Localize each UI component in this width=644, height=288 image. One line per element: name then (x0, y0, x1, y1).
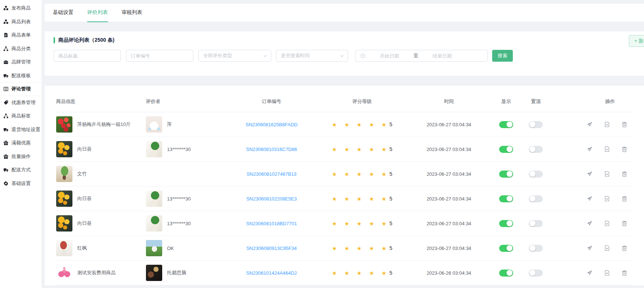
delete-button[interactable] (621, 146, 627, 152)
send-button[interactable] (587, 121, 593, 127)
pin-toggle[interactable] (529, 171, 543, 178)
file-add-button[interactable] (604, 220, 610, 226)
delete-button[interactable] (621, 245, 627, 251)
product-title-input[interactable] (54, 50, 121, 62)
search-button[interactable]: 搜索 (492, 50, 513, 62)
show-toggle[interactable] (499, 245, 513, 252)
order-number-link[interactable]: SN230608102208E5E3 (246, 196, 297, 202)
send-button[interactable] (587, 146, 593, 152)
order-number-link[interactable]: SN2306081018BD7701 (246, 221, 297, 226)
product-cell: 向日葵 (56, 191, 146, 207)
order-number-input[interactable] (126, 50, 193, 62)
order-cell: SN2306081027467B13 (225, 171, 318, 177)
show-toggle[interactable] (499, 146, 513, 153)
sidebar-item-发布商品[interactable]: 发布商品 (0, 1, 42, 15)
table-row: 向日葵13*******30SN2306081018BD7701★ ★ ★ ★ … (56, 211, 633, 236)
delete-icon (621, 270, 627, 276)
sidebar-item-商品标签[interactable]: 商品标签 (0, 109, 42, 123)
rating-stars: ★ ★ ★ ★ ★ (332, 122, 389, 127)
file-add-button[interactable] (604, 121, 610, 127)
sidebar-item-批量操作[interactable]: 批量操作 (0, 150, 42, 164)
sidebar-item-评论管理[interactable]: 评论管理 (0, 82, 42, 96)
file-add-button[interactable] (604, 196, 610, 202)
chevron-down-icon (340, 54, 344, 58)
file-add-button[interactable] (604, 171, 610, 177)
product-image (56, 240, 72, 256)
tab-审核列表[interactable]: 审核列表 (122, 4, 142, 22)
product-image (56, 166, 72, 182)
reviewer-name: 13*******30 (167, 147, 191, 152)
delete-button[interactable] (621, 121, 627, 127)
delete-button[interactable] (621, 196, 627, 202)
pin-cell (521, 270, 551, 277)
sidebar-item-商品分类[interactable]: 商品分类 (0, 42, 42, 56)
sidebar-item-配送模板[interactable]: 配送模板 (0, 69, 42, 83)
rating-cell: ★ ★ ★ ★ ★5 (318, 121, 406, 127)
delete-button[interactable] (621, 220, 627, 226)
time-search-select[interactable]: 是否搜索时间 (276, 50, 348, 62)
tab-基础设置[interactable]: 基础设置 (53, 4, 74, 22)
review-table: 商品信息评价者订单编号评分等级时间显示置顶操作 萍杨梅乒乓杨梅一箱10斤萍SN2… (45, 86, 644, 285)
sitemap-icon (3, 113, 8, 119)
column-header-置顶: 置顶 (521, 98, 551, 105)
product-cell: 萍杨梅乒乓杨梅一箱10斤 (56, 116, 146, 133)
sidebar-item-优惠券管理[interactable]: 优惠券管理 (0, 96, 42, 110)
add-button[interactable]: + 新增 (629, 35, 644, 47)
sidebar-item-label: 基础设置 (11, 180, 31, 187)
order-number-link[interactable]: SN2306101424A464D2 (246, 270, 297, 276)
send-button[interactable] (587, 270, 593, 276)
file-add-button[interactable] (604, 270, 610, 276)
delete-button[interactable] (621, 171, 627, 177)
table-icon (3, 86, 8, 92)
pin-toggle[interactable] (529, 121, 543, 128)
review-type-select[interactable]: 全部评价类型 (198, 50, 271, 62)
time-cell: 2023-06-27 03:04:34 (406, 196, 491, 202)
pin-toggle[interactable] (529, 220, 543, 227)
show-toggle[interactable] (499, 195, 513, 202)
sidebar-item-满额优惠[interactable]: 满额优惠 (0, 136, 42, 150)
reviewer-cell: 萍 (146, 116, 225, 133)
send-button[interactable] (587, 245, 593, 251)
show-toggle[interactable] (499, 121, 513, 128)
pin-cell (521, 171, 551, 178)
sidebar-item-配送方式[interactable]: 配送方式 (0, 163, 42, 177)
reviewer-avatar (146, 141, 162, 157)
actions-cell (551, 220, 633, 226)
show-toggle[interactable] (499, 171, 513, 178)
pin-toggle[interactable] (529, 270, 543, 277)
sidebar-item-退货地址设置[interactable]: 退货地址设置 (0, 123, 42, 137)
rating-cell: ★ ★ ★ ★ ★5 (318, 270, 406, 276)
product-title: 向日葵 (77, 195, 92, 202)
show-cell (491, 121, 521, 128)
file-add-icon (604, 146, 610, 152)
order-number-link[interactable]: SN2306081027467B13 (246, 171, 296, 177)
show-toggle[interactable] (499, 220, 513, 227)
send-button[interactable] (587, 196, 593, 202)
product-image (56, 191, 72, 207)
order-number-link[interactable]: SN2306080913C95F34 (246, 246, 297, 251)
time-search-select-value: 是否搜索时间 (281, 52, 310, 59)
show-toggle[interactable] (499, 270, 513, 277)
gift-icon (3, 140, 8, 145)
end-date-input[interactable] (420, 53, 464, 59)
pin-toggle[interactable] (529, 146, 543, 153)
truck-icon (3, 73, 8, 78)
sidebar-item-商品列表[interactable]: 商品列表 (0, 15, 42, 29)
file-add-button[interactable] (604, 245, 610, 251)
date-range-picker[interactable]: 至 (355, 50, 488, 62)
sidebar-item-商品表单[interactable]: 商品表单 (0, 28, 42, 42)
delete-button[interactable] (621, 270, 627, 276)
file-add-button[interactable] (604, 146, 610, 152)
file-add-icon (604, 245, 610, 251)
send-button[interactable] (587, 220, 593, 226)
sidebar-item-基础设置[interactable]: 基础设置 (0, 177, 42, 191)
pin-toggle[interactable] (529, 195, 543, 202)
sidebar-item-品牌管理[interactable]: 品牌管理 (0, 55, 42, 69)
pin-toggle[interactable] (529, 245, 543, 252)
sidebar-item-label: 发布商品 (11, 5, 31, 11)
start-date-input[interactable] (368, 53, 411, 59)
order-number-link[interactable]: SN2306081625B8FADD (246, 122, 298, 127)
send-button[interactable] (587, 171, 593, 177)
tab-评价列表[interactable]: 评价列表 (87, 4, 108, 22)
order-number-link[interactable]: SN23060810316C7D86 (246, 147, 297, 152)
